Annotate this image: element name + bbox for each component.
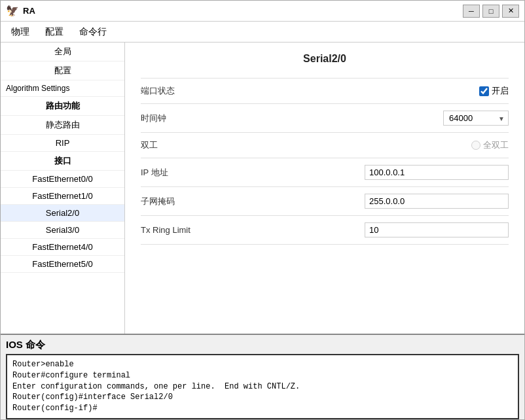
sidebar-item-serial20[interactable]: Serial2/0	[1, 205, 124, 222]
value-duplex: 全双工	[259, 139, 509, 151]
sidebar: 全局 配置 Algorithm Settings 路由功能 静态路由 RIP 接…	[1, 43, 125, 334]
clock-dropdown-wrapper: 64000 128000 56000 32000 ▼	[443, 111, 509, 126]
ip-address-input[interactable]	[365, 165, 509, 180]
label-subnet-mask: 子网掩码	[141, 196, 259, 207]
main-window: 🦅 RA ─ □ ✕ 物理 配置 命令行 全局 配置 Algorithm Set…	[0, 0, 525, 420]
field-clock: 时间钟 64000 128000 56000 32000 ▼	[141, 103, 509, 132]
value-tx-ring-limit	[259, 222, 509, 237]
ios-line-0: Router>enable	[12, 359, 513, 370]
subnet-mask-input[interactable]	[365, 194, 509, 209]
ios-line-1: Router#configure terminal	[12, 370, 513, 381]
ios-section: IOS 命令 Router>enable Router#configure te…	[1, 334, 524, 419]
ios-terminal[interactable]: Router>enable Router#configure terminal …	[6, 354, 519, 419]
main-content: 全局 配置 Algorithm Settings 路由功能 静态路由 RIP 接…	[1, 43, 524, 334]
sidebar-item-quanju[interactable]: 全局	[1, 43, 124, 61]
label-port-status: 端口状态	[141, 85, 259, 97]
menu-item-mingling[interactable]: 命令行	[71, 24, 115, 41]
ios-title: IOS 命令	[6, 339, 519, 351]
minimize-button[interactable]: ─	[463, 5, 480, 18]
menu-bar: 物理 配置 命令行	[1, 22, 524, 43]
label-tx-ring-limit: Tx Ring Limit	[141, 225, 259, 235]
ios-line-3: Router(config)#interface Serial2/0	[12, 392, 513, 403]
port-status-checkbox[interactable]	[479, 86, 489, 96]
duplex-radio[interactable]	[471, 141, 480, 150]
sidebar-item-jiekou[interactable]: 接口	[1, 152, 124, 171]
sidebar-item-fastethernet10[interactable]: FastEthernet1/0	[1, 188, 124, 205]
ios-line-4: Router(config-if)#	[12, 403, 513, 414]
app-icon: 🦅	[6, 5, 19, 18]
close-button[interactable]: ✕	[502, 5, 519, 18]
duplex-text: 全双工	[483, 139, 509, 151]
field-duplex: 双工 全双工	[141, 132, 509, 158]
field-port-status: 端口状态 开启	[141, 78, 509, 103]
port-status-checkbox-label[interactable]: 开启	[479, 85, 509, 97]
label-clock: 时间钟	[141, 113, 259, 124]
panel-title: Serial2/0	[141, 53, 509, 65]
tx-ring-limit-input[interactable]	[365, 222, 509, 237]
value-port-status: 开启	[259, 85, 509, 97]
value-subnet-mask	[259, 194, 509, 209]
port-status-text: 开启	[492, 85, 509, 97]
label-duplex: 双工	[141, 139, 259, 151]
label-ip-address: IP 地址	[141, 167, 259, 179]
menu-item-peizhi[interactable]: 配置	[37, 24, 71, 41]
sidebar-scroll[interactable]: 全局 配置 Algorithm Settings 路由功能 静态路由 RIP 接…	[1, 43, 124, 334]
ios-line-2: Enter configuration commands, one per li…	[12, 381, 513, 393]
clock-dropdown[interactable]: 64000 128000 56000 32000	[443, 111, 509, 126]
sidebar-item-fastethernet00[interactable]: FastEthernet0/0	[1, 171, 124, 188]
sidebar-item-fastethernet50[interactable]: FastEthernet5/0	[1, 256, 124, 273]
sidebar-item-luyougongneng[interactable]: 路由功能	[1, 97, 124, 116]
sidebar-item-serial30[interactable]: Serial3/0	[1, 222, 124, 239]
right-panel: Serial2/0 端口状态 开启 时间钟 64000	[125, 43, 524, 334]
maximize-button[interactable]: □	[482, 5, 499, 18]
field-tx-ring-limit: Tx Ring Limit	[141, 215, 509, 245]
sidebar-item-rip[interactable]: RIP	[1, 135, 124, 152]
window-title: RA	[23, 6, 463, 16]
value-ip-address	[259, 165, 509, 180]
value-clock: 64000 128000 56000 32000 ▼	[259, 111, 509, 126]
title-bar: 🦅 RA ─ □ ✕	[1, 1, 524, 22]
sidebar-item-jingtailuyou[interactable]: 静态路由	[1, 116, 124, 135]
sidebar-item-peizhi[interactable]: 配置	[1, 61, 124, 80]
sidebar-item-algorithm[interactable]: Algorithm Settings	[1, 80, 124, 97]
menu-item-wuli[interactable]: 物理	[3, 24, 37, 41]
duplex-radio-label: 全双工	[471, 139, 509, 151]
sidebar-item-fastethernet40[interactable]: FastEthernet4/0	[1, 239, 124, 256]
window-controls: ─ □ ✕	[463, 5, 519, 18]
field-subnet-mask: 子网掩码	[141, 186, 509, 215]
field-ip-address: IP 地址	[141, 158, 509, 186]
